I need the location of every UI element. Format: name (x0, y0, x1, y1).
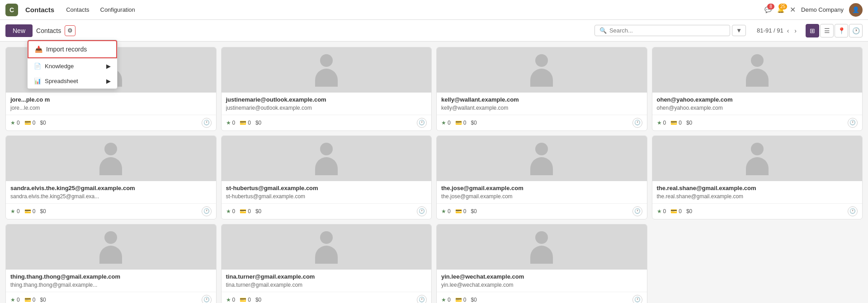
card-body: st-hubertus@gmail.example.com st-hubertu… (222, 181, 432, 203)
contact-card[interactable]: justinemarie@outlook.example.com justine… (221, 47, 432, 131)
clock-icon[interactable]: 🕐 (417, 206, 427, 216)
card-email: kelly@wallant.example.com (441, 105, 642, 111)
clock-icon[interactable]: 🕐 (632, 295, 642, 303)
nav-link-configuration[interactable]: Configuration (96, 5, 140, 15)
map-view-button[interactable]: 📍 (835, 24, 848, 37)
contact-card[interactable]: yin.lee@wechat.example.com yin.lee@wecha… (436, 224, 647, 303)
card-stars: ★ 0 (441, 120, 451, 126)
money-value: $0 (255, 297, 261, 303)
card-name: thing.thang.thong@gmail.example.com (10, 273, 212, 281)
card-avatar-area (652, 136, 863, 181)
card-cards: 💳 0 (24, 297, 36, 303)
import-icon: 📥 (35, 46, 42, 53)
stars-count: 0 (232, 208, 236, 214)
kanban-view-button[interactable]: ⊞ (806, 24, 819, 37)
clock-icon[interactable]: 🕐 (202, 118, 212, 128)
alerts-badge: 25 (778, 4, 787, 9)
star-icon: ★ (10, 297, 15, 303)
card-footer: ★ 0 💳 0 $0 🕐 (222, 203, 432, 219)
card-email: st-hubertus@gmail.example.com (226, 193, 427, 200)
card-email: thing.thang.thong@gmail.example... (10, 282, 212, 288)
card-body: thing.thang.thong@gmail.example.com thin… (6, 270, 216, 292)
spreadsheet-item[interactable]: 📊 Spreadsheet ▶ (28, 74, 117, 89)
card-stars: ★ 0 (10, 208, 20, 214)
clock-icon[interactable]: 🕐 (202, 206, 212, 216)
contact-card[interactable]: sandra.elvis.the.king25@gmail.example.co… (5, 135, 217, 219)
new-button[interactable]: New (5, 24, 33, 37)
card-footer: ★ 0 💳 0 $0 🕐 (6, 203, 216, 219)
card-name: st-hubertus@gmail.example.com (226, 185, 427, 192)
card-icon: 💳 (670, 120, 677, 126)
top-nav: C Contacts Contacts Configuration 💬 8 🔔 … (0, 0, 868, 20)
clock-icon[interactable]: 🕐 (417, 118, 427, 128)
card-money: $0 (40, 297, 46, 303)
card-icon: 💳 (24, 208, 31, 214)
card-body: jore...ple.co m jore...le.com (6, 93, 216, 115)
stars-count: 0 (448, 208, 451, 214)
stars-count: 0 (17, 208, 20, 214)
person-silhouette (313, 54, 340, 86)
card-money: $0 (471, 208, 476, 214)
search-icon: 🔍 (599, 27, 607, 34)
card-icon: 💳 (455, 208, 462, 214)
stars-count: 0 (232, 297, 236, 303)
card-avatar-area (222, 136, 432, 181)
import-records-item[interactable]: 📥 Import records (28, 40, 117, 58)
stars-count: 0 (663, 208, 666, 214)
card-name: tina.turner@gmail.example.com (226, 273, 427, 281)
card-footer: ★ 0 💳 0 $0 🕐 (437, 203, 647, 219)
app-icon: C (5, 4, 18, 16)
star-icon: ★ (226, 208, 231, 214)
activity-view-button[interactable]: 🕐 (849, 24, 863, 37)
person-silhouette (744, 54, 771, 86)
card-money: $0 (686, 208, 692, 214)
nav-link-contacts[interactable]: Contacts (61, 5, 94, 15)
card-avatar-area (222, 224, 432, 270)
contact-card[interactable]: thing.thang.thong@gmail.example.com thin… (5, 224, 217, 303)
list-view-button[interactable]: ☰ (820, 24, 834, 37)
contact-card[interactable]: the.real.shane@gmail.example.com the.rea… (652, 135, 863, 219)
contact-card[interactable]: tina.turner@gmail.example.com tina.turne… (221, 224, 432, 303)
card-stars: ★ 0 (441, 297, 451, 303)
alerts-icon-btn[interactable]: 🔔 25 (777, 6, 784, 13)
card-cards: 💳 0 (455, 297, 467, 303)
contact-card[interactable]: ohen@yahoo.example.com ohen@yahoo.exampl… (652, 47, 863, 131)
prev-page-button[interactable]: ‹ (785, 26, 791, 35)
clock-icon[interactable]: 🕐 (848, 118, 858, 128)
card-body: yin.lee@wechat.example.com yin.lee@wecha… (437, 270, 647, 292)
card-name: jore...ple.co m (10, 96, 212, 104)
card-avatar-area (6, 224, 216, 270)
clock-icon[interactable]: 🕐 (632, 206, 642, 216)
clock-icon[interactable]: 🕐 (417, 295, 427, 303)
wrench-icon[interactable]: ✕ (790, 5, 796, 14)
breadcrumb: Contacts (36, 27, 61, 34)
card-cards: 💳 0 (455, 120, 467, 126)
card-name: yin.lee@wechat.example.com (441, 273, 642, 281)
contact-card[interactable]: st-hubertus@gmail.example.com st-hubertu… (221, 135, 432, 219)
contact-card[interactable]: the.jose@gmail.example.com the.jose@gmai… (436, 135, 647, 219)
money-value: $0 (471, 208, 476, 214)
clock-icon[interactable]: 🕐 (632, 118, 642, 128)
search-input[interactable] (609, 27, 725, 34)
card-stars: ★ 0 (226, 297, 236, 303)
person-silhouette (528, 231, 555, 263)
avatar[interactable]: 👤 (849, 3, 863, 17)
next-page-button[interactable]: › (793, 26, 798, 35)
money-value: $0 (255, 120, 261, 126)
card-email: yin.lee@wechat.example.com (441, 282, 642, 288)
clock-icon[interactable]: 🕐 (848, 206, 858, 216)
card-name: justinemarie@outlook.example.com (226, 96, 427, 104)
card-cards: 💳 0 (240, 208, 251, 214)
knowledge-item[interactable]: 📄 Knowledge ▶ (28, 59, 117, 74)
star-icon: ★ (10, 208, 15, 214)
stars-count: 0 (232, 120, 236, 126)
card-icon: 💳 (24, 297, 31, 303)
contact-card[interactable]: kelly@wallant.example.com kelly@wallant.… (436, 47, 647, 131)
search-dropdown-button[interactable]: ▼ (732, 25, 746, 36)
clock-icon[interactable]: 🕐 (202, 295, 212, 303)
gear-button[interactable]: ⚙ (65, 25, 75, 36)
card-cards: 💳 0 (24, 208, 36, 214)
chat-icon-btn[interactable]: 💬 8 (764, 6, 772, 13)
card-stars: ★ 0 (657, 208, 666, 214)
person-silhouette (528, 143, 555, 174)
